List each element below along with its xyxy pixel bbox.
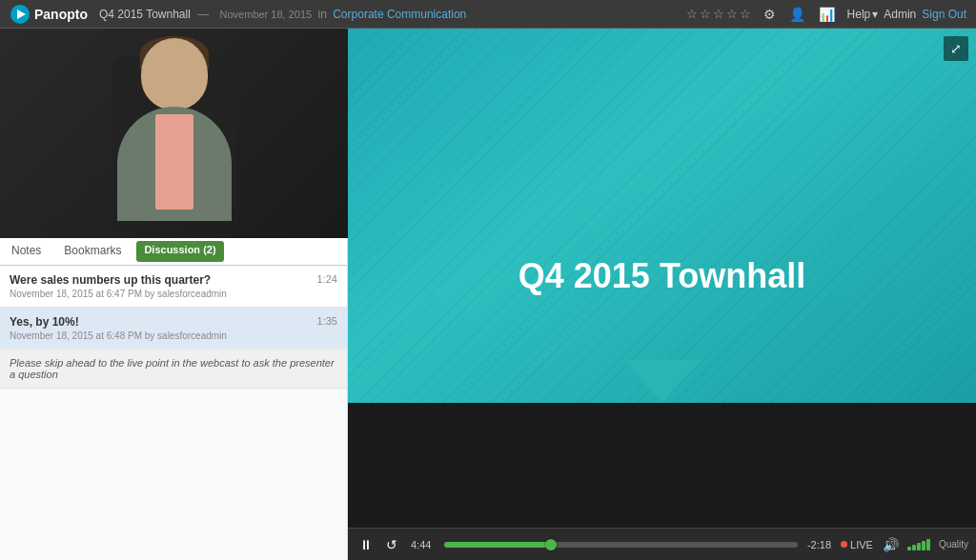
star-5[interactable]: ☆: [740, 7, 751, 21]
progress-thumb: [545, 539, 557, 550]
volume-icon[interactable]: 🔊: [883, 537, 899, 552]
discussion-item-1-header: Were sales numbers up this quarter? 1:24: [10, 273, 337, 287]
quality-bar-2: [912, 545, 916, 550]
share-icon[interactable]: 📊: [816, 5, 838, 24]
discussion-item-2-meta: November 18, 2015 at 6:48 PM by salesfor…: [10, 330, 337, 341]
progress-bar[interactable]: [444, 542, 798, 548]
progress-fill: [444, 542, 550, 548]
discussion-item-1-timestamp: 1:24: [317, 273, 337, 285]
page-title: Q4 2015 Townhall: [99, 8, 191, 21]
quality-label: Quality: [939, 539, 968, 550]
signout-link[interactable]: Sign Out: [922, 8, 966, 21]
rewind-button[interactable]: ↺: [382, 535, 401, 554]
presenter-background: [0, 29, 348, 238]
publish-date: November 18, 2015: [220, 9, 313, 20]
playback-controls: ⏸ ↺ 4:44 -2:18 LIVE 🔊: [348, 528, 976, 560]
admin-link[interactable]: Admin: [884, 8, 916, 21]
logo[interactable]: Panopto: [10, 4, 88, 25]
star-2[interactable]: ☆: [700, 7, 711, 21]
discussion-content: Were sales numbers up this quarter? 1:24…: [0, 266, 347, 560]
presenter-shirt: [155, 114, 193, 210]
channel-link[interactable]: Corporate Communication: [333, 8, 466, 21]
help-chevron-icon: ▾: [872, 8, 878, 21]
quality-bar-5: [926, 539, 930, 550]
quality-bars[interactable]: [907, 539, 930, 550]
discussion-item-1-question: Were sales numbers up this quarter?: [10, 273, 312, 287]
star-1[interactable]: ☆: [686, 7, 698, 21]
panopto-logo-icon: [10, 4, 30, 25]
discussion-item-2-timestamp: 1:35: [317, 315, 337, 327]
users-icon[interactable]: 👤: [786, 5, 808, 24]
live-text: LIVE: [850, 539, 873, 550]
current-time: 4:44: [411, 539, 431, 550]
help-label: Help: [847, 8, 871, 21]
tab-bar: Notes Bookmarks Discussion (2): [0, 238, 347, 266]
discussion-item-1-meta: November 18, 2015 at 6:47 PM by salesfor…: [10, 289, 337, 299]
nav-icon-group: ⚙ 👤 📊: [761, 5, 838, 24]
left-panel: Notes Bookmarks Discussion (2) Were sale…: [0, 29, 348, 560]
tab-notes[interactable]: Notes: [0, 238, 52, 265]
presenter-head: [141, 38, 208, 110]
slide-bottom-area: [348, 403, 976, 528]
logo-text: Panopto: [34, 7, 88, 22]
presenter-video: [0, 29, 348, 238]
slide-background: Q4 2015 Townhall: [348, 29, 976, 528]
quality-bar-3: [917, 543, 921, 550]
remaining-time: -2:18: [807, 539, 831, 550]
in-label: in: [318, 8, 327, 21]
slide-pointer: [624, 360, 701, 403]
slide-teal-area: [348, 29, 976, 403]
tab-discussion[interactable]: Discussion (2): [136, 241, 223, 262]
fullscreen-button[interactable]: ⤢: [944, 36, 968, 61]
rewind-icon: ↺: [386, 537, 397, 552]
main-content: Notes Bookmarks Discussion (2) Were sale…: [0, 29, 976, 560]
pause-icon: ⏸: [359, 537, 373, 552]
discussion-info-message: Please skip ahead to the live point in t…: [0, 350, 347, 389]
discussion-item-1[interactable]: Were sales numbers up this quarter? 1:24…: [0, 266, 347, 308]
discussion-item-2[interactable]: Yes, by 10%! 1:35 November 18, 2015 at 6…: [0, 308, 347, 350]
discussion-item-2-question: Yes, by 10%!: [10, 315, 312, 329]
slide-title: Q4 2015 Townhall: [518, 256, 805, 296]
breadcrumb: Q4 2015 Townhall — November 18, 2015 in …: [99, 8, 466, 21]
right-panel: Q4 2015 Townhall ⤢ ⏸ ↺ 4:44 -2:18 LIV: [348, 29, 976, 560]
star-4[interactable]: ☆: [726, 7, 738, 21]
discussion-item-2-header: Yes, by 10%! 1:35: [10, 315, 337, 329]
fullscreen-icon: ⤢: [950, 41, 962, 56]
live-dot: [841, 541, 847, 548]
top-navigation: Panopto Q4 2015 Townhall — November 18, …: [0, 0, 976, 29]
help-button[interactable]: Help ▾: [847, 8, 879, 21]
quality-bar-4: [922, 541, 925, 550]
star-rating[interactable]: ☆ ☆ ☆ ☆ ☆: [686, 7, 751, 21]
quality-bar-1: [907, 547, 911, 550]
settings-icon[interactable]: ⚙: [761, 5, 779, 24]
star-3[interactable]: ☆: [713, 7, 724, 21]
live-badge: LIVE: [841, 539, 873, 550]
breadcrumb-separator: —: [197, 8, 209, 21]
pause-button[interactable]: ⏸: [356, 535, 376, 554]
tab-bookmarks[interactable]: Bookmarks: [52, 238, 132, 265]
slide-area: Q4 2015 Townhall ⤢: [348, 29, 976, 528]
